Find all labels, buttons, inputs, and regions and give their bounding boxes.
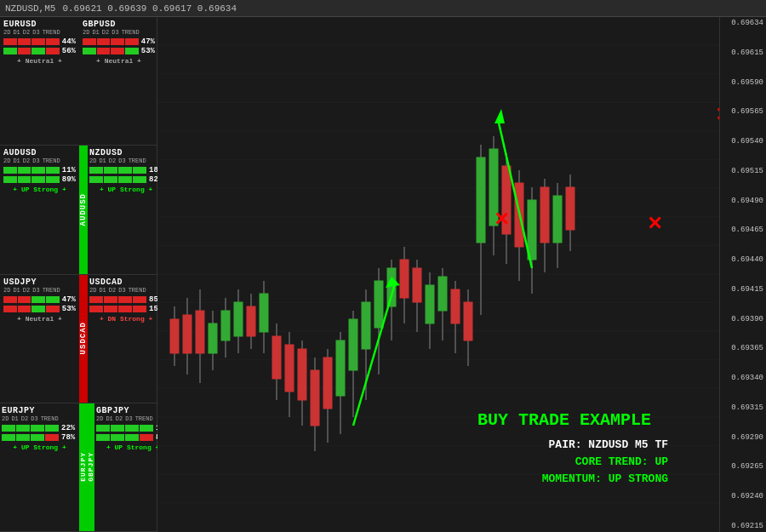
buy-trade-title: BUY TRADE EXAMPLE bbox=[477, 410, 651, 430]
usdcad-status: + DN Strong + bbox=[89, 315, 163, 323]
audusd-bars: 11% 89% bbox=[3, 166, 76, 184]
svg-rect-32 bbox=[349, 319, 357, 370]
gbpjpy-green-block: GBPJPY bbox=[87, 403, 94, 531]
price-8: 0.69440 bbox=[720, 255, 766, 264]
svg-rect-10 bbox=[209, 323, 217, 353]
svg-rect-20 bbox=[272, 336, 281, 379]
audusd-nzdusd-block: AUDUSD NZDUSD 2DD1D2D3TREND 18% bbox=[79, 146, 158, 273]
titlebar: NZDUSD,M5 0.69621 0.69639 0.69617 0.6963… bbox=[0, 0, 766, 17]
eurjpy-block-area: EURJPY 2DD1D2D3TREND 22% 78% bbox=[0, 403, 79, 531]
eurusd-name: EURUSD bbox=[3, 20, 76, 29]
usdjpy-widget: USDJPY 2DD1D2D3TREND 47% 53% + Neutral + bbox=[0, 275, 79, 403]
price-7: 0.69465 bbox=[720, 226, 766, 234]
usdjpy-pct-dn: 53% bbox=[62, 305, 76, 313]
svg-rect-18 bbox=[260, 294, 268, 332]
gbpusd-headers: 2DD1D2D3TREND bbox=[83, 29, 155, 36]
svg-rect-14 bbox=[234, 302, 243, 336]
svg-rect-26 bbox=[311, 370, 319, 426]
eurjpy-status: + UP Strong + bbox=[2, 443, 77, 451]
audusd-name: AUDUSD bbox=[3, 148, 76, 157]
pair-row-1: EURUSD 2DD1D2D3TREND 44% 56% + Neutral + bbox=[0, 17, 157, 146]
svg-rect-6 bbox=[183, 315, 192, 353]
svg-text:✕: ✕ bbox=[494, 209, 509, 230]
eurusd-pct-up: 44% bbox=[62, 37, 76, 46]
eurjpy-widget: EURJPY 2DD1D2D3TREND 22% 78% bbox=[0, 403, 79, 531]
eurjpy-pct-up: 22% bbox=[61, 424, 75, 432]
nzdusd-name: NZDUSD bbox=[89, 148, 163, 157]
svg-rect-4 bbox=[170, 319, 179, 353]
svg-rect-52 bbox=[477, 157, 485, 243]
trade-momentum: MOMENTUM: UP STRONG bbox=[542, 472, 668, 485]
svg-rect-22 bbox=[285, 345, 294, 392]
svg-rect-28 bbox=[323, 358, 332, 409]
gbpusd-pct-up: 47% bbox=[141, 37, 155, 46]
chart-area: ✕ ✕ ✕ BUY TRADE EXAMPLE PAIR: NZDUSD M5 … bbox=[157, 17, 719, 532]
price-15: 0.69265 bbox=[720, 462, 766, 471]
price-12: 0.69340 bbox=[720, 374, 766, 382]
left-panel: EURUSD 2DD1D2D3TREND 44% 56% + Neutral + bbox=[0, 17, 157, 532]
usdjpy-usdcad-block: USDCAD USDCAD 2DD1D2D3TREND 85% bbox=[79, 275, 158, 403]
price-3: 0.69565 bbox=[720, 107, 766, 116]
usdcad-widget: USDCAD 2DD1D2D3TREND 85% 15% bbox=[88, 275, 164, 403]
price-11: 0.69365 bbox=[720, 344, 766, 352]
svg-rect-42 bbox=[413, 268, 421, 302]
svg-rect-62 bbox=[540, 187, 549, 243]
usdcad-bars: 85% 15% bbox=[89, 295, 163, 313]
svg-rect-66 bbox=[566, 187, 574, 230]
nzdusd-headers: 2DD1D2D3TREND bbox=[89, 157, 163, 164]
usdcad-red-block: USDCAD bbox=[79, 275, 88, 403]
usdjpy-bars: 47% 53% bbox=[3, 295, 76, 313]
audusd-status: + UP Strong + bbox=[3, 186, 76, 193]
eurusd-headers: 2DD1D2D3TREND bbox=[3, 29, 76, 36]
svg-rect-36 bbox=[374, 281, 383, 328]
eurjpy-headers: 2DD1D2D3TREND bbox=[2, 415, 77, 422]
chart-prices: 0.69621 0.69639 0.69617 0.69634 bbox=[62, 3, 237, 14]
svg-rect-64 bbox=[553, 196, 562, 243]
price-16: 0.69240 bbox=[720, 492, 766, 501]
price-17: 0.69215 bbox=[720, 522, 766, 530]
price-13: 0.69315 bbox=[720, 403, 766, 412]
usdjpy-status: + Neutral + bbox=[3, 315, 76, 323]
usdcad-block-label: USDCAD bbox=[79, 322, 88, 354]
price-6: 0.69490 bbox=[720, 197, 766, 205]
eurjpy-green-block: EURJPY bbox=[79, 403, 87, 531]
audusd-widget: AUDUSD 2DD1D2D3TREND 11% 89% + UP Strong… bbox=[0, 146, 79, 273]
svg-rect-46 bbox=[438, 277, 447, 311]
svg-rect-50 bbox=[464, 302, 472, 340]
gbpusd-widget: GBPUSD 2DD1D2D3TREND 47% 53% + Neutral + bbox=[79, 17, 158, 145]
eurusd-widget: EURUSD 2DD1D2D3TREND 44% 56% + Neutral + bbox=[0, 17, 79, 145]
gbpusd-bars: 47% 53% bbox=[83, 37, 155, 55]
price-2: 0.69590 bbox=[720, 78, 766, 87]
audusd-pct-up: 11% bbox=[62, 166, 76, 174]
audusd-pct-dn: 89% bbox=[62, 175, 76, 184]
eurjpy-block-label: EURJPY bbox=[79, 452, 87, 482]
price-axis: 0.69634 0.69615 0.69590 0.69565 0.69540 … bbox=[719, 17, 766, 532]
gbpjpy-block-label: GBPJPY bbox=[87, 452, 94, 482]
svg-rect-16 bbox=[247, 306, 255, 336]
price-1: 0.69615 bbox=[720, 49, 766, 57]
audusd-headers: 2DD1D2D3TREND bbox=[3, 157, 76, 164]
svg-rect-8 bbox=[196, 311, 204, 353]
gbpusd-status: + Neutral + bbox=[83, 57, 155, 65]
usdcad-name: USDCAD bbox=[89, 277, 163, 287]
svg-rect-30 bbox=[336, 340, 345, 396]
audusd-block-label: AUDUSD bbox=[79, 193, 88, 226]
eurjpy-name: EURJPY bbox=[2, 406, 77, 415]
usdjpy-headers: 2DD1D2D3TREND bbox=[3, 287, 76, 294]
pair-row-3: USDJPY 2DD1D2D3TREND 47% 53% + Neutral + bbox=[0, 275, 157, 403]
svg-text:✕: ✕ bbox=[715, 104, 719, 125]
usdjpy-pct-up: 47% bbox=[62, 295, 76, 304]
eurjpy-pct-dn: 78% bbox=[61, 433, 75, 442]
svg-rect-48 bbox=[451, 289, 460, 323]
trade-core-trend: CORE TREND: UP bbox=[575, 455, 668, 468]
price-0: 0.69634 bbox=[720, 19, 766, 27]
eurusd-bars: 44% 56% bbox=[3, 37, 76, 55]
price-9: 0.69415 bbox=[720, 285, 766, 294]
svg-rect-40 bbox=[400, 260, 409, 298]
nzdusd-widget: NZDUSD 2DD1D2D3TREND 18% 82% bbox=[88, 146, 164, 273]
pair-row-2: AUDUSD 2DD1D2D3TREND 11% 89% + UP Strong… bbox=[0, 146, 157, 274]
eurusd-pct-dn: 56% bbox=[62, 47, 76, 55]
price-4: 0.69540 bbox=[720, 137, 766, 146]
svg-rect-34 bbox=[362, 302, 370, 349]
gbpusd-name: GBPUSD bbox=[83, 20, 155, 29]
